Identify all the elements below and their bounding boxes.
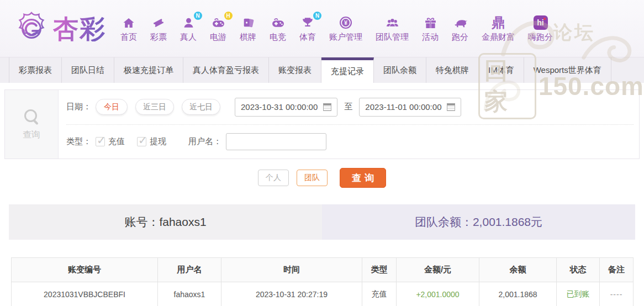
range-today-button[interactable]: 今日 bbox=[96, 99, 128, 115]
tripod-icon: 鼎 bbox=[492, 15, 505, 30]
nav-item-sports[interactable]: N 体育 bbox=[299, 15, 316, 43]
tab-live-sports-pnl[interactable]: 真人体育盈亏报表 bbox=[183, 57, 269, 83]
query-button[interactable]: 查询 bbox=[340, 168, 386, 188]
type-label: 类型： bbox=[66, 136, 91, 147]
nav-item-label: 首页 bbox=[120, 32, 137, 43]
hot-badge: H bbox=[224, 12, 233, 20]
nav-item-live[interactable]: N 真人 bbox=[180, 15, 197, 43]
hi-app-icon: hi bbox=[534, 15, 548, 30]
username-label: 用户名： bbox=[188, 136, 221, 147]
ticket-icon bbox=[151, 15, 166, 30]
trophy-icon: N bbox=[300, 15, 315, 30]
checkbox-checked-icon bbox=[96, 137, 105, 146]
nav-item-home[interactable]: 首页 bbox=[120, 15, 137, 43]
nav-item-esports[interactable]: 电竞 bbox=[270, 15, 286, 43]
nav-item-label: 电竞 bbox=[270, 32, 286, 43]
date-to-input[interactable]: 2023-11-01 00:00:00 bbox=[359, 98, 461, 117]
nav-item-label: 嗨跑分 bbox=[528, 32, 553, 43]
tab-deposit-withdraw-records[interactable]: 充提记录 bbox=[321, 57, 374, 83]
table-row: 20231031VBBJCBEBFI fahaoxs1 2023-10-31 2… bbox=[12, 282, 634, 306]
type-filter-row: 类型： 充值 提现 用户名： bbox=[66, 125, 639, 159]
date-filter-row: 日期： 今日 近三日 近七日 2023-10-31 00:00:00 至 202… bbox=[66, 90, 639, 124]
tab-account-change-report[interactable]: 账变报表 bbox=[269, 57, 321, 83]
tab-fast-orders[interactable]: 极速充提订单 bbox=[114, 57, 183, 83]
tripod-glyph: 鼎 bbox=[492, 15, 505, 30]
gift-icon bbox=[424, 15, 437, 30]
tab-team-balance[interactable]: 团队余额 bbox=[374, 57, 426, 83]
range-3days-button[interactable]: 近三日 bbox=[135, 99, 174, 115]
team-balance-summary: 团队余额： 2,001.1868 元 bbox=[322, 204, 635, 240]
tab-team-daily[interactable]: 团队日结 bbox=[62, 57, 114, 83]
team-balance-unit: 元 bbox=[531, 214, 542, 230]
cell-time: 2023-10-31 20:27:19 bbox=[221, 282, 362, 306]
nav-item-hi-paofen[interactable]: hi 嗨跑分 bbox=[528, 15, 553, 43]
hi-app-glyph: hi bbox=[534, 15, 548, 30]
col-header-balance: 余额 bbox=[479, 258, 557, 282]
filter-panel: 查询 日期： 今日 近三日 近七日 2023-10-31 00:00:00 至 … bbox=[4, 89, 640, 159]
nav-item-label: 跑分 bbox=[452, 32, 468, 43]
nav-item-activities[interactable]: 活动 bbox=[422, 15, 439, 43]
deposit-checkbox-label: 充值 bbox=[108, 136, 125, 147]
date-from-input[interactable]: 2023-10-31 00:00:00 bbox=[235, 98, 337, 117]
col-header-remark: 备注 bbox=[600, 258, 634, 282]
col-header-time: 时间 bbox=[221, 258, 362, 282]
account-summary: 账号： fahaoxs1 bbox=[9, 204, 322, 240]
svg-text:¥: ¥ bbox=[344, 19, 347, 26]
cell-balance: 2,001.1868 bbox=[479, 282, 557, 306]
account-label: 账号： bbox=[124, 214, 159, 230]
tab-lottery-report[interactable]: 彩票报表 bbox=[9, 57, 62, 83]
nav-item-label: 真人 bbox=[180, 32, 197, 43]
withdraw-checkbox[interactable]: 提现 bbox=[137, 136, 166, 147]
gamepad-icon bbox=[271, 15, 286, 30]
date-label: 日期： bbox=[66, 102, 91, 112]
cell-username: fahaoxs1 bbox=[158, 282, 221, 306]
nav-item-account-management[interactable]: ¥ 账户管理 bbox=[329, 15, 362, 43]
nav-item-jinding-wealth[interactable]: 鼎 金鼎财富 bbox=[482, 15, 515, 43]
gamepad-icon: H bbox=[211, 15, 226, 30]
checkbox-checked-icon bbox=[137, 137, 146, 146]
filter-fields: 日期： 今日 近三日 近七日 2023-10-31 00:00:00 至 202… bbox=[59, 90, 639, 159]
new-badge: N bbox=[313, 12, 321, 20]
nav-item-paofen[interactable]: 跑分 bbox=[452, 15, 468, 43]
nav-item-egames[interactable]: H 电游 bbox=[210, 15, 226, 43]
personal-button[interactable]: 个人 bbox=[258, 170, 289, 186]
tab-im-sports[interactable]: IM体育 bbox=[479, 57, 524, 83]
cell-change-id: 20231031VBBJCBEBFI bbox=[12, 282, 158, 306]
cell-status: 已到账 bbox=[557, 282, 600, 306]
tab-tetu-cards[interactable]: 特兔棋牌 bbox=[426, 57, 479, 83]
withdraw-checkbox-label: 提现 bbox=[150, 136, 166, 147]
query-side-label: 查询 bbox=[23, 129, 40, 141]
calendar-icon bbox=[447, 103, 455, 111]
range-7days-button[interactable]: 近七日 bbox=[182, 99, 220, 115]
col-header-amount: 金额/元 bbox=[397, 258, 479, 282]
tab-wesports[interactable]: Wesports世界体育 bbox=[524, 57, 611, 83]
brand-logo[interactable]: 杏彩 bbox=[14, 12, 106, 46]
search-icon bbox=[23, 108, 40, 126]
records-table: 账变编号 用户名 时间 类型 金额/元 余额 状态 备注 20231031VBB… bbox=[11, 257, 634, 306]
nav-item-label: 棋牌 bbox=[240, 32, 256, 43]
calendar-icon bbox=[323, 103, 331, 111]
nav-item-label: 账户管理 bbox=[329, 32, 362, 43]
nav-item-label: 活动 bbox=[422, 32, 439, 43]
home-icon bbox=[122, 15, 136, 30]
col-header-type: 类型 bbox=[362, 258, 397, 282]
deposit-checkbox[interactable]: 充值 bbox=[96, 136, 125, 147]
username-input[interactable] bbox=[226, 133, 326, 150]
team-button[interactable]: 团队 bbox=[297, 170, 328, 186]
nav-item-team-management[interactable]: 团队管理 bbox=[376, 15, 409, 43]
account-value: fahaoxs1 bbox=[159, 215, 206, 229]
table-header-row: 账变编号 用户名 时间 类型 金额/元 余额 状态 备注 bbox=[12, 258, 634, 282]
nav-item-lottery[interactable]: 彩票 bbox=[150, 15, 167, 43]
action-buttons-row: 个人 团队 查询 bbox=[0, 168, 644, 188]
coin-icon: ¥ bbox=[339, 15, 353, 30]
col-header-username: 用户名 bbox=[158, 258, 221, 282]
nav-item-label: 团队管理 bbox=[376, 32, 409, 43]
new-badge: N bbox=[194, 12, 202, 20]
nav-item-label: 电游 bbox=[210, 32, 226, 43]
nav-item-cards[interactable]: 棋牌 bbox=[240, 15, 256, 43]
cell-remark: ---- bbox=[600, 282, 634, 306]
live-person-icon: N bbox=[182, 15, 196, 30]
people-icon bbox=[385, 15, 400, 30]
query-side-button[interactable]: 查询 bbox=[5, 90, 59, 159]
cell-amount: +2,001.0000 bbox=[397, 282, 479, 306]
